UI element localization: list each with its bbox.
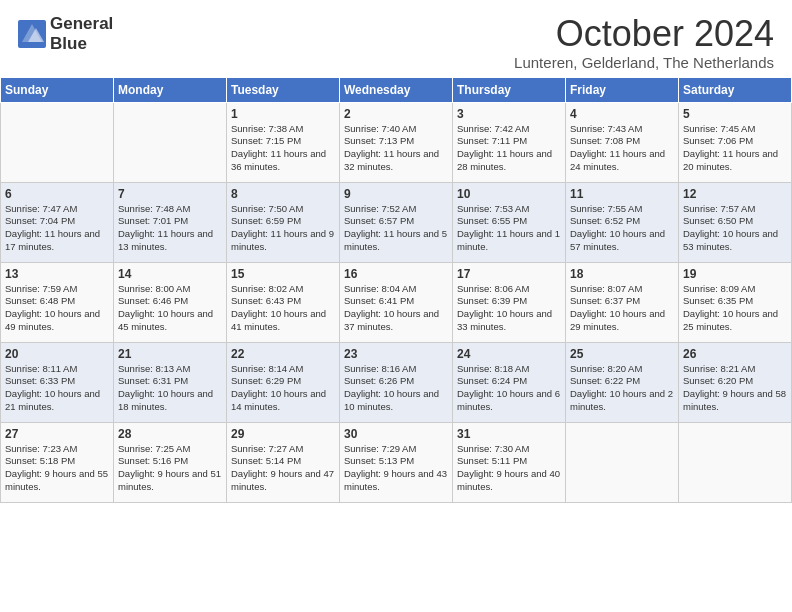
day-number: 17 — [457, 267, 561, 281]
day-number: 10 — [457, 187, 561, 201]
day-number: 13 — [5, 267, 109, 281]
cell-content: Sunrise: 8:07 AMSunset: 6:37 PMDaylight:… — [570, 283, 674, 334]
day-number: 26 — [683, 347, 787, 361]
cell-content: Sunrise: 7:30 AMSunset: 5:11 PMDaylight:… — [457, 443, 561, 494]
calendar-week-row: 1Sunrise: 7:38 AMSunset: 7:15 PMDaylight… — [1, 102, 792, 182]
weekday-header: Sunday — [1, 77, 114, 102]
calendar-cell: 8Sunrise: 7:50 AMSunset: 6:59 PMDaylight… — [227, 182, 340, 262]
cell-content: Sunrise: 8:21 AMSunset: 6:20 PMDaylight:… — [683, 363, 787, 414]
day-number: 6 — [5, 187, 109, 201]
calendar-cell — [114, 102, 227, 182]
cell-content: Sunrise: 7:55 AMSunset: 6:52 PMDaylight:… — [570, 203, 674, 254]
cell-content: Sunrise: 8:20 AMSunset: 6:22 PMDaylight:… — [570, 363, 674, 414]
day-number: 25 — [570, 347, 674, 361]
cell-content: Sunrise: 7:38 AMSunset: 7:15 PMDaylight:… — [231, 123, 335, 174]
logo-icon — [18, 20, 46, 48]
calendar-cell: 26Sunrise: 8:21 AMSunset: 6:20 PMDayligh… — [679, 342, 792, 422]
calendar-cell: 9Sunrise: 7:52 AMSunset: 6:57 PMDaylight… — [340, 182, 453, 262]
calendar-cell: 11Sunrise: 7:55 AMSunset: 6:52 PMDayligh… — [566, 182, 679, 262]
cell-content: Sunrise: 7:42 AMSunset: 7:11 PMDaylight:… — [457, 123, 561, 174]
day-number: 21 — [118, 347, 222, 361]
page-header: General Blue October 2024 Lunteren, Geld… — [0, 0, 792, 77]
calendar-cell: 23Sunrise: 8:16 AMSunset: 6:26 PMDayligh… — [340, 342, 453, 422]
logo-text: General Blue — [50, 14, 113, 55]
weekday-header: Monday — [114, 77, 227, 102]
weekday-header: Wednesday — [340, 77, 453, 102]
cell-content: Sunrise: 8:18 AMSunset: 6:24 PMDaylight:… — [457, 363, 561, 414]
cell-content: Sunrise: 7:23 AMSunset: 5:18 PMDaylight:… — [5, 443, 109, 494]
day-number: 22 — [231, 347, 335, 361]
cell-content: Sunrise: 8:04 AMSunset: 6:41 PMDaylight:… — [344, 283, 448, 334]
title-block: October 2024 Lunteren, Gelderland, The N… — [514, 14, 774, 71]
calendar-cell: 27Sunrise: 7:23 AMSunset: 5:18 PMDayligh… — [1, 422, 114, 502]
logo: General Blue — [18, 14, 113, 55]
calendar-week-row: 13Sunrise: 7:59 AMSunset: 6:48 PMDayligh… — [1, 262, 792, 342]
cell-content: Sunrise: 7:53 AMSunset: 6:55 PMDaylight:… — [457, 203, 561, 254]
calendar-cell: 10Sunrise: 7:53 AMSunset: 6:55 PMDayligh… — [453, 182, 566, 262]
calendar-cell — [1, 102, 114, 182]
weekday-header: Saturday — [679, 77, 792, 102]
cell-content: Sunrise: 7:47 AMSunset: 7:04 PMDaylight:… — [5, 203, 109, 254]
calendar-week-row: 20Sunrise: 8:11 AMSunset: 6:33 PMDayligh… — [1, 342, 792, 422]
calendar-cell: 16Sunrise: 8:04 AMSunset: 6:41 PMDayligh… — [340, 262, 453, 342]
day-number: 7 — [118, 187, 222, 201]
weekday-header: Tuesday — [227, 77, 340, 102]
calendar-cell: 12Sunrise: 7:57 AMSunset: 6:50 PMDayligh… — [679, 182, 792, 262]
day-number: 16 — [344, 267, 448, 281]
cell-content: Sunrise: 8:02 AMSunset: 6:43 PMDaylight:… — [231, 283, 335, 334]
calendar-cell: 18Sunrise: 8:07 AMSunset: 6:37 PMDayligh… — [566, 262, 679, 342]
cell-content: Sunrise: 7:57 AMSunset: 6:50 PMDaylight:… — [683, 203, 787, 254]
cell-content: Sunrise: 8:11 AMSunset: 6:33 PMDaylight:… — [5, 363, 109, 414]
calendar-cell: 24Sunrise: 8:18 AMSunset: 6:24 PMDayligh… — [453, 342, 566, 422]
day-number: 11 — [570, 187, 674, 201]
day-number: 9 — [344, 187, 448, 201]
cell-content: Sunrise: 7:45 AMSunset: 7:06 PMDaylight:… — [683, 123, 787, 174]
day-number: 2 — [344, 107, 448, 121]
day-number: 3 — [457, 107, 561, 121]
cell-content: Sunrise: 7:43 AMSunset: 7:08 PMDaylight:… — [570, 123, 674, 174]
calendar-cell: 28Sunrise: 7:25 AMSunset: 5:16 PMDayligh… — [114, 422, 227, 502]
day-number: 28 — [118, 427, 222, 441]
day-number: 15 — [231, 267, 335, 281]
cell-content: Sunrise: 8:13 AMSunset: 6:31 PMDaylight:… — [118, 363, 222, 414]
cell-content: Sunrise: 8:00 AMSunset: 6:46 PMDaylight:… — [118, 283, 222, 334]
calendar-cell — [679, 422, 792, 502]
day-number: 19 — [683, 267, 787, 281]
calendar-cell: 29Sunrise: 7:27 AMSunset: 5:14 PMDayligh… — [227, 422, 340, 502]
cell-content: Sunrise: 7:25 AMSunset: 5:16 PMDaylight:… — [118, 443, 222, 494]
day-number: 4 — [570, 107, 674, 121]
day-number: 24 — [457, 347, 561, 361]
calendar-cell: 21Sunrise: 8:13 AMSunset: 6:31 PMDayligh… — [114, 342, 227, 422]
day-number: 5 — [683, 107, 787, 121]
calendar-cell: 17Sunrise: 8:06 AMSunset: 6:39 PMDayligh… — [453, 262, 566, 342]
calendar-cell: 30Sunrise: 7:29 AMSunset: 5:13 PMDayligh… — [340, 422, 453, 502]
day-number: 30 — [344, 427, 448, 441]
weekday-header: Thursday — [453, 77, 566, 102]
calendar-cell: 31Sunrise: 7:30 AMSunset: 5:11 PMDayligh… — [453, 422, 566, 502]
calendar-cell: 5Sunrise: 7:45 AMSunset: 7:06 PMDaylight… — [679, 102, 792, 182]
day-number: 18 — [570, 267, 674, 281]
cell-content: Sunrise: 7:40 AMSunset: 7:13 PMDaylight:… — [344, 123, 448, 174]
calendar-cell: 4Sunrise: 7:43 AMSunset: 7:08 PMDaylight… — [566, 102, 679, 182]
cell-content: Sunrise: 7:27 AMSunset: 5:14 PMDaylight:… — [231, 443, 335, 494]
calendar-cell: 7Sunrise: 7:48 AMSunset: 7:01 PMDaylight… — [114, 182, 227, 262]
calendar-cell: 13Sunrise: 7:59 AMSunset: 6:48 PMDayligh… — [1, 262, 114, 342]
cell-content: Sunrise: 7:48 AMSunset: 7:01 PMDaylight:… — [118, 203, 222, 254]
calendar-cell: 22Sunrise: 8:14 AMSunset: 6:29 PMDayligh… — [227, 342, 340, 422]
cell-content: Sunrise: 7:29 AMSunset: 5:13 PMDaylight:… — [344, 443, 448, 494]
calendar-cell: 1Sunrise: 7:38 AMSunset: 7:15 PMDaylight… — [227, 102, 340, 182]
day-number: 8 — [231, 187, 335, 201]
day-number: 20 — [5, 347, 109, 361]
calendar-cell: 6Sunrise: 7:47 AMSunset: 7:04 PMDaylight… — [1, 182, 114, 262]
day-number: 12 — [683, 187, 787, 201]
calendar-cell: 3Sunrise: 7:42 AMSunset: 7:11 PMDaylight… — [453, 102, 566, 182]
day-number: 29 — [231, 427, 335, 441]
location: Lunteren, Gelderland, The Netherlands — [514, 54, 774, 71]
month-title: October 2024 — [514, 14, 774, 54]
calendar-table: SundayMondayTuesdayWednesdayThursdayFrid… — [0, 77, 792, 503]
calendar-cell: 15Sunrise: 8:02 AMSunset: 6:43 PMDayligh… — [227, 262, 340, 342]
day-number: 14 — [118, 267, 222, 281]
calendar-cell: 25Sunrise: 8:20 AMSunset: 6:22 PMDayligh… — [566, 342, 679, 422]
cell-content: Sunrise: 8:06 AMSunset: 6:39 PMDaylight:… — [457, 283, 561, 334]
cell-content: Sunrise: 8:09 AMSunset: 6:35 PMDaylight:… — [683, 283, 787, 334]
